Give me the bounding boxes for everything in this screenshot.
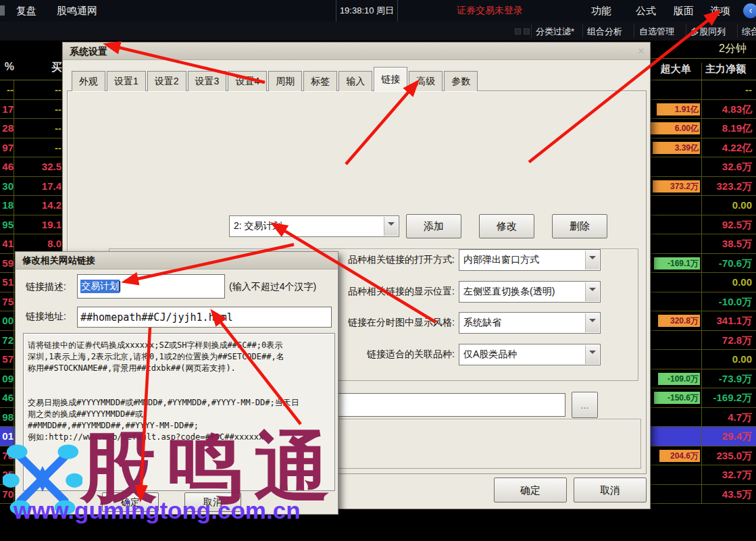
table-row[interactable]: 204.6万235.0万	[650, 446, 756, 466]
close-icon[interactable]: ×	[638, 43, 645, 60]
table-row[interactable]: 4.7万	[650, 408, 756, 428]
cancel-button[interactable]: 取消	[184, 492, 241, 512]
toolbar-watchlist-manage[interactable]: 自选管理	[639, 26, 674, 38]
toolbar-combo-analysis[interactable]: 组合分析	[587, 26, 622, 38]
toolbar-multi-stock[interactable]: 多股同列	[690, 26, 726, 38]
display-position-value: 左侧竖直切换条(透明)	[463, 282, 584, 302]
table-row[interactable]: 0.00	[650, 196, 756, 215]
pct-cell: 97	[0, 138, 14, 157]
chevron-down-icon[interactable]	[585, 313, 599, 332]
menu-options[interactable]: 选项	[710, 5, 730, 18]
display-position-combobox[interactable]: 左侧竖直切换条(透明)	[459, 281, 601, 303]
toolbar-classify-filter[interactable]: 分类过滤*	[536, 26, 574, 38]
pct-cell: 00	[0, 311, 14, 330]
table-row[interactable]: 4632.5	[0, 157, 62, 177]
table-row[interactable]: 1.91亿4.83亿	[650, 100, 756, 120]
table-row[interactable]: 43.5万	[650, 485, 756, 505]
table-row[interactable]: 320.8万341.1万	[650, 311, 756, 331]
table-row[interactable]: 72.8万	[650, 331, 756, 351]
table-row[interactable]: -169.1万-70.6万	[650, 254, 756, 274]
table-row[interactable]: 29.4万	[650, 427, 756, 446]
tab-输入[interactable]: 输入	[338, 71, 372, 91]
link-url-input[interactable]: ##homepath##CJ/jyjh1.html	[77, 307, 332, 328]
dialog-titlebar[interactable]: 修改相关网站链接	[16, 252, 338, 269]
buy-cell: 14.2	[14, 196, 61, 215]
table-row[interactable]: 32.7万	[650, 465, 756, 485]
super-order-cell	[650, 157, 702, 176]
table-row[interactable]: 0.00	[650, 350, 756, 369]
link-desc-input[interactable]: 交易计划	[77, 274, 225, 299]
cancel-button[interactable]: 取消	[574, 478, 647, 503]
toolbar-mini-square-icon[interactable]	[515, 28, 521, 34]
table-row[interactable]: 17--	[0, 100, 62, 120]
super-order-cell	[650, 427, 702, 446]
ok-button[interactable]: 确定	[102, 492, 159, 512]
chevron-down-icon[interactable]	[585, 282, 599, 301]
menu-functions[interactable]: 功能	[591, 5, 611, 18]
table-row[interactable]: 38.5万	[650, 234, 756, 254]
super-order-cell	[650, 408, 702, 427]
column-header-super-orders[interactable]: 超大单	[650, 63, 702, 80]
menu-layout[interactable]: 版面	[674, 5, 694, 18]
menu-fupan[interactable]: 复盘	[16, 5, 36, 18]
table-row[interactable]: ----	[0, 80, 62, 100]
chevron-down-icon[interactable]	[384, 217, 398, 236]
main-net-cell: 4.7万	[702, 408, 755, 427]
table-row[interactable]: -109.0万-73.9万	[650, 369, 756, 389]
table-row[interactable]: 97--	[0, 138, 62, 158]
toolbar-composite[interactable]: 综合	[742, 26, 756, 38]
main-net-cell: -10.0万	[702, 292, 755, 311]
super-order-cell	[650, 196, 702, 215]
back-arrow-icon[interactable]: ‹	[743, 3, 756, 18]
table-row[interactable]: -10.0万	[650, 292, 756, 312]
tab-设置1[interactable]: 设置1	[107, 71, 146, 91]
table-row[interactable]: 1814.2	[0, 196, 62, 215]
link-desc-label: 链接描述:	[26, 281, 66, 293]
menu-formulas[interactable]: 公式	[636, 5, 656, 18]
add-link-button[interactable]: 添加	[406, 214, 461, 238]
edit-link-dialog: 修改相关网站链接 链接描述: 交易计划 (输入不超过4个汉字) 链接地址: ##…	[15, 251, 338, 515]
table-row[interactable]: 3.39亿4.22亿	[650, 138, 756, 158]
link-list-combobox[interactable]: 2: 交易计划	[229, 215, 399, 237]
table-row[interactable]: 92.5万	[650, 215, 756, 235]
main-net-cell: 29.4万	[702, 427, 755, 446]
intraday-style-combobox[interactable]: 系统缺省	[459, 312, 601, 334]
tab-外观[interactable]: 外观	[72, 71, 105, 91]
tab-高级[interactable]: 高级	[409, 71, 443, 91]
column-header-buy[interactable]: 买	[15, 61, 62, 75]
tab-周期[interactable]: 周期	[268, 71, 302, 91]
tab-链接[interactable]: 链接	[374, 67, 407, 91]
table-row[interactable]: 3017.4	[0, 177, 62, 197]
column-header-pct[interactable]: %	[0, 61, 14, 73]
tab-设置4[interactable]: 设置4	[228, 71, 267, 91]
tab-参数[interactable]: 参数	[444, 71, 478, 91]
link-url-label: 链接地址:	[26, 311, 66, 323]
main-net-cell: 32.7万	[702, 465, 755, 484]
chevron-down-icon[interactable]	[585, 251, 599, 269]
tab-标签[interactable]: 标签	[303, 71, 337, 91]
table-row[interactable]: 0.00	[650, 273, 756, 292]
main-net-cell: 0.00	[702, 196, 755, 215]
super-order-cell: -109.0万	[650, 369, 702, 388]
table-row[interactable]: 28--	[0, 119, 62, 138]
column-header-main-net[interactable]: 主力净额	[703, 63, 756, 76]
table-row[interactable]: 6.00亿8.19亿	[650, 119, 756, 138]
open-mode-combobox[interactable]: 内部弹出窗口方式	[459, 249, 601, 271]
table-row[interactable]: 32.6万	[650, 157, 756, 177]
tab-设置3[interactable]: 设置3	[188, 71, 227, 91]
table-row[interactable]: 373.2万323.2万	[650, 177, 756, 197]
pct-cell: 46	[0, 388, 14, 407]
delete-link-button[interactable]: 删除	[552, 214, 607, 238]
table-row[interactable]: -150.6万-169.2万	[650, 388, 756, 408]
modify-link-button[interactable]: 修改	[479, 214, 534, 238]
period-label[interactable]: 2分钟	[719, 42, 747, 56]
browse-button[interactable]: ...	[572, 392, 598, 418]
table-row[interactable]: --	[650, 80, 756, 100]
dialog-titlebar[interactable]: 系统设置 ×	[63, 43, 650, 60]
tab-设置2[interactable]: 设置2	[147, 71, 186, 91]
ok-button[interactable]: 确定	[494, 478, 567, 503]
table-row[interactable]: 9519.1	[0, 215, 62, 235]
chevron-down-icon[interactable]	[585, 345, 599, 364]
related-variety-combobox[interactable]: 仅A股类品种	[459, 344, 601, 365]
toolbar-mini-square-icon[interactable]	[524, 28, 530, 34]
